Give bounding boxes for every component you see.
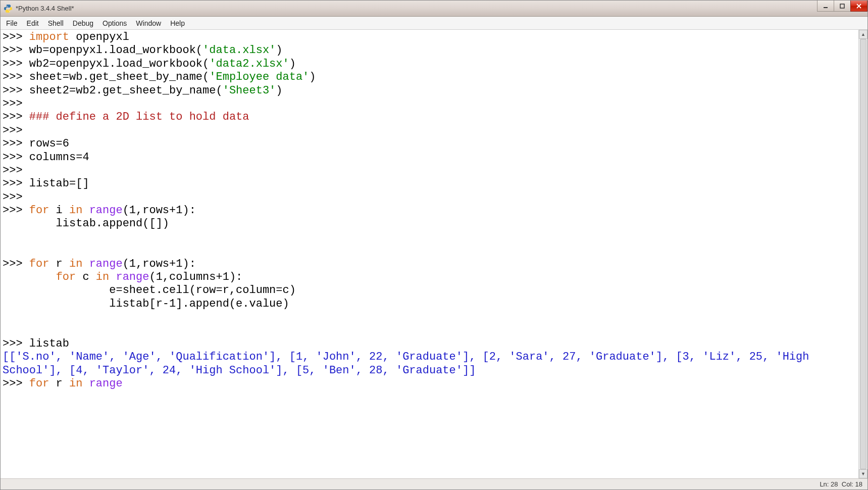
code-text: columns=4 — [29, 151, 89, 164]
prompt: >>> — [3, 97, 29, 110]
window-title: *Python 3.4.4 Shell* — [16, 5, 74, 12]
comment: ### define a 2D list to hold data — [29, 111, 249, 123]
maximize-button[interactable] — [834, 1, 851, 12]
prompt: >>> — [3, 151, 29, 164]
kw-in: in — [69, 377, 82, 390]
code-text: ) — [276, 44, 282, 57]
prompt: >>> — [3, 258, 29, 270]
minimize-button[interactable] — [817, 1, 834, 12]
window-controls — [818, 1, 867, 12]
prompt: >>> — [3, 377, 29, 390]
scroll-thumb[interactable] — [860, 39, 866, 469]
code-text — [82, 377, 89, 390]
code-text: (1,columns+1): — [149, 271, 242, 283]
code-text: ) — [289, 58, 296, 70]
prompt: >>> — [3, 191, 29, 204]
kw-for: for — [29, 204, 49, 217]
code-text: (1,rows+1): — [123, 204, 196, 217]
code-text: wb2=openpyxl.load_workbook( — [29, 58, 209, 70]
menu-help[interactable]: Help — [166, 18, 189, 29]
string-literal: 'Sheet3' — [223, 84, 276, 97]
status-line-label: Ln: — [820, 480, 829, 488]
kw-for: for — [29, 377, 49, 390]
svg-rect-3 — [840, 4, 844, 8]
repl-output: [['S.no', 'Name', 'Age', 'Qualification'… — [3, 351, 816, 376]
fn-range: range — [89, 204, 123, 217]
menu-window[interactable]: Window — [131, 18, 166, 29]
kw-in: in — [69, 258, 82, 270]
prompt: >>> — [3, 337, 29, 350]
prompt: >>> — [3, 124, 29, 137]
menu-edit[interactable]: Edit — [22, 18, 43, 29]
code-text: rows=6 — [29, 137, 69, 150]
kw-for: for — [56, 271, 76, 283]
prompt: >>> — [3, 58, 29, 70]
titlebar[interactable]: *Python 3.4.4 Shell* — [1, 1, 867, 17]
code-text — [82, 258, 89, 270]
code-text: (1,rows+1): — [123, 258, 196, 270]
code-text: openpyxl — [69, 31, 129, 43]
code-text: listab=[] — [29, 177, 89, 190]
python-idle-icon — [4, 4, 13, 13]
code-text: r — [49, 258, 69, 270]
code-text: c — [76, 271, 96, 283]
prompt: >>> — [3, 137, 29, 150]
menu-shell[interactable]: Shell — [43, 18, 68, 29]
statusbar: Ln: 28 Col: 18 — [1, 478, 867, 489]
menu-debug[interactable]: Debug — [68, 18, 98, 29]
fn-range: range — [89, 377, 123, 390]
code-text: ) — [309, 71, 316, 83]
prompt: >>> — [3, 164, 29, 177]
code-text — [82, 204, 89, 217]
scroll-up-icon[interactable]: ▲ — [859, 30, 867, 39]
kw-for: for — [29, 258, 49, 270]
string-literal: 'Employee data' — [209, 71, 309, 83]
svg-rect-2 — [824, 7, 828, 8]
status-col-value: 18 — [855, 480, 862, 488]
kw-import: import — [29, 31, 69, 43]
code-text: listab.append([]) — [3, 217, 169, 230]
prompt: >>> — [3, 71, 29, 83]
code-text: sheet2=wb2.get_sheet_by_name( — [29, 84, 223, 97]
fn-range: range — [89, 258, 123, 270]
status-col-label: Col: — [842, 480, 853, 488]
shell-text-area[interactable]: >>> import openpyxl >>> wb=openpyxl.load… — [1, 30, 858, 478]
menubar: File Edit Shell Debug Options Window Hel… — [1, 17, 867, 30]
prompt: >>> — [3, 204, 29, 217]
content-wrap: >>> import openpyxl >>> wb=openpyxl.load… — [1, 30, 867, 478]
svg-point-1 — [9, 11, 10, 12]
prompt: >>> — [3, 111, 29, 123]
code-text: e=sheet.cell(row=r,column=c) — [3, 284, 296, 297]
svg-point-0 — [6, 5, 7, 6]
code-text: listab[r-1].append(e.value) — [3, 298, 289, 310]
vertical-scrollbar[interactable]: ▲ ▼ — [858, 30, 867, 478]
prompt: >>> — [3, 44, 29, 57]
prompt: >>> — [3, 177, 29, 190]
code-text: ) — [276, 84, 282, 97]
prompt: >>> — [3, 84, 29, 97]
code-text: sheet=wb.get_sheet_by_name( — [29, 71, 209, 83]
code-text: listab — [29, 337, 69, 350]
status-line-value: 28 — [831, 480, 838, 488]
fn-range: range — [116, 271, 149, 283]
app-window: *Python 3.4.4 Shell* File Edit Shell Deb… — [0, 0, 868, 490]
code-text: i — [49, 204, 69, 217]
scroll-down-icon[interactable]: ▼ — [859, 469, 867, 478]
close-button[interactable] — [850, 1, 867, 12]
code-text — [109, 271, 116, 283]
kw-in: in — [69, 204, 82, 217]
code-text: wb=openpyxl.load_workbook( — [29, 44, 202, 57]
string-literal: 'data2.xlsx' — [209, 58, 289, 70]
code-text — [3, 271, 56, 283]
menu-file[interactable]: File — [2, 18, 22, 29]
code-text: r — [49, 377, 69, 390]
prompt: >>> — [3, 31, 29, 43]
kw-in: in — [96, 271, 109, 283]
menu-options[interactable]: Options — [98, 18, 131, 29]
string-literal: 'data.xlsx' — [202, 44, 276, 57]
